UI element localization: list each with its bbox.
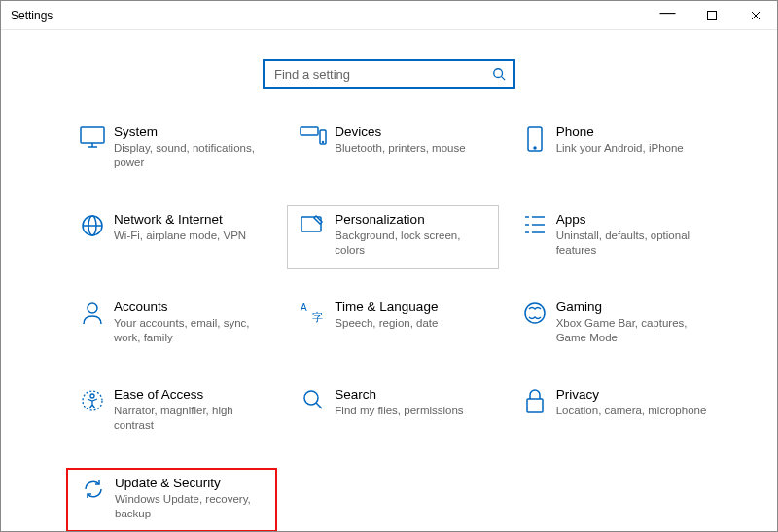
tile-title: Time & Language bbox=[335, 300, 489, 314]
svg-point-26 bbox=[90, 394, 94, 398]
minimize-button[interactable]: — bbox=[646, 1, 690, 30]
tile-apps[interactable]: Apps Uninstall, defaults, optional featu… bbox=[509, 205, 720, 269]
window-title: Settings bbox=[11, 9, 53, 22]
tile-title: Network & Internet bbox=[114, 212, 268, 227]
tile-gaming[interactable]: Gaming Xbox Game Bar, captures, Game Mod… bbox=[509, 293, 720, 357]
close-button[interactable] bbox=[733, 1, 777, 30]
svg-rect-0 bbox=[707, 11, 716, 19]
tile-desc: Wi-Fi, airplane mode, VPN bbox=[114, 229, 268, 243]
svg-line-2 bbox=[502, 77, 506, 81]
tile-desc: Bluetooth, printers, mouse bbox=[335, 141, 489, 156]
tile-devices[interactable]: Devices Bluetooth, printers, mouse bbox=[287, 118, 498, 182]
svg-text:字: 字 bbox=[312, 311, 323, 323]
tile-desc: Display, sound, notifications, power bbox=[114, 141, 268, 170]
tile-privacy[interactable]: Privacy Location, camera, microphone bbox=[509, 380, 720, 444]
svg-rect-29 bbox=[527, 399, 543, 412]
svg-text:A: A bbox=[301, 302, 307, 313]
tile-time-language[interactable]: A字 Time & Language Speech, region, date bbox=[287, 293, 498, 357]
personalization-icon bbox=[296, 212, 331, 235]
svg-point-10 bbox=[534, 147, 536, 149]
tile-ease-of-access[interactable]: Ease of Access Narrator, magnifier, high… bbox=[66, 380, 277, 444]
tile-title: Ease of Access bbox=[114, 387, 268, 402]
globe-icon bbox=[75, 212, 110, 237]
svg-point-8 bbox=[323, 142, 324, 143]
tile-personalization[interactable]: Personalization Background, lock screen,… bbox=[287, 205, 498, 269]
content-area: System Display, sound, notifications, po… bbox=[1, 30, 777, 532]
tile-title: Devices bbox=[335, 124, 489, 139]
tile-desc: Background, lock screen, colors bbox=[335, 229, 489, 258]
search-tile-icon bbox=[296, 387, 331, 410]
svg-rect-6 bbox=[301, 127, 318, 135]
maximize-button[interactable] bbox=[690, 1, 733, 30]
tile-search[interactable]: Search Find my files, permissions bbox=[287, 380, 498, 444]
svg-line-28 bbox=[316, 403, 322, 408]
tile-title: Phone bbox=[556, 124, 711, 139]
apps-icon bbox=[517, 212, 552, 235]
tile-network[interactable]: Network & Internet Wi-Fi, airplane mode,… bbox=[66, 205, 277, 269]
devices-icon bbox=[296, 124, 331, 148]
svg-point-21 bbox=[88, 303, 97, 313]
titlebar: Settings — bbox=[1, 1, 777, 30]
tile-title: Update & Security bbox=[115, 476, 267, 490]
update-security-icon bbox=[76, 476, 111, 501]
ease-of-access-icon bbox=[75, 387, 110, 412]
tile-title: Search bbox=[335, 387, 489, 402]
tile-desc: Speech, region, date bbox=[335, 316, 489, 331]
tile-title: Personalization bbox=[335, 212, 489, 227]
tile-desc: Xbox Game Bar, captures, Game Mode bbox=[556, 316, 711, 345]
search-icon bbox=[492, 67, 506, 81]
svg-point-24 bbox=[525, 303, 545, 323]
search-input[interactable] bbox=[272, 66, 492, 83]
tile-desc: Uninstall, defaults, optional features bbox=[556, 229, 711, 258]
svg-point-27 bbox=[304, 391, 318, 405]
tile-desc: Windows Update, recovery, backup bbox=[115, 492, 267, 521]
tile-system[interactable]: System Display, sound, notifications, po… bbox=[66, 118, 277, 182]
privacy-icon bbox=[517, 387, 552, 414]
time-language-icon: A字 bbox=[296, 300, 331, 323]
tile-title: System bbox=[114, 124, 268, 139]
phone-icon bbox=[517, 124, 552, 152]
tile-update-security[interactable]: Update & Security Windows Update, recove… bbox=[66, 468, 277, 532]
tile-desc: Link your Android, iPhone bbox=[556, 141, 711, 156]
tile-phone[interactable]: Phone Link your Android, iPhone bbox=[509, 118, 720, 182]
tile-desc: Location, camera, microphone bbox=[556, 404, 711, 418]
tile-desc: Your accounts, email, sync, work, family bbox=[114, 316, 268, 345]
tile-title: Gaming bbox=[556, 300, 711, 314]
svg-rect-3 bbox=[81, 127, 104, 143]
tile-accounts[interactable]: Accounts Your accounts, email, sync, wor… bbox=[66, 293, 277, 357]
settings-grid: System Display, sound, notifications, po… bbox=[58, 118, 720, 532]
tile-title: Apps bbox=[556, 212, 711, 227]
system-icon bbox=[75, 124, 110, 148]
search-box[interactable] bbox=[263, 59, 515, 89]
accounts-icon bbox=[75, 300, 110, 325]
gaming-icon bbox=[517, 300, 552, 325]
tile-desc: Find my files, permissions bbox=[335, 404, 489, 418]
svg-point-1 bbox=[494, 69, 503, 78]
tile-title: Privacy bbox=[556, 387, 711, 402]
tile-desc: Narrator, magnifier, high contrast bbox=[114, 404, 268, 433]
tile-title: Accounts bbox=[114, 300, 268, 314]
